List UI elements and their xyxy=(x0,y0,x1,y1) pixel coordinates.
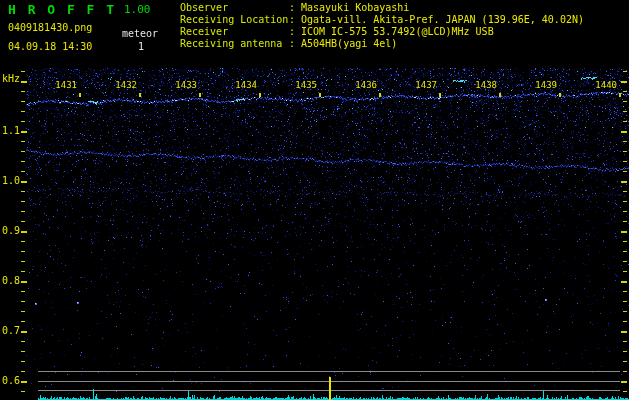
filename: 0409181430.png xyxy=(8,22,92,33)
x-tick-label: 1435 xyxy=(291,80,317,90)
info-label: Observer xyxy=(180,2,289,14)
app-title: H R O F F T xyxy=(8,2,116,17)
hrofft-window: H R O F F T 1.00 0409181430.png meteor 0… xyxy=(0,0,629,400)
info-colon: : xyxy=(289,26,301,38)
x-tick-label: 1438 xyxy=(471,80,497,90)
info-label: Receiver xyxy=(180,26,289,38)
info-label: Receiving Location xyxy=(180,14,289,26)
x-tick-label: 1439 xyxy=(531,80,557,90)
info-colon: : xyxy=(289,38,301,50)
observer-info-block: Observer : Masayuki Kobayashi Receiving … xyxy=(180,2,584,50)
y-tick-label: 0.6 xyxy=(2,375,21,386)
meteor-counter-label: meteor xyxy=(122,28,158,39)
info-colon: : xyxy=(289,14,301,26)
info-colon: : xyxy=(289,2,301,14)
info-value: Masayuki Kobayashi xyxy=(301,2,409,14)
meteor-counter-value: 1 xyxy=(122,41,160,52)
info-value: ICOM IC-575 53.7492(@LCD)MHz USB xyxy=(301,26,494,38)
x-tick-label: 1440 xyxy=(591,80,617,90)
y-tick-label: 1.1 xyxy=(2,125,21,136)
info-value: A504HB(yagi 4el) xyxy=(301,38,397,50)
x-tick-label: 1436 xyxy=(351,80,377,90)
x-tick-label: 1433 xyxy=(171,80,197,90)
y-tick-label: 0.9 xyxy=(2,225,21,236)
info-row-observer: Observer : Masayuki Kobayashi xyxy=(180,2,584,14)
info-row-antenna: Receiving antenna : A504HB(yagi 4el) xyxy=(180,38,584,50)
app-version: 1.00 xyxy=(124,3,151,16)
frame-datetime: 04.09.18 14:30 xyxy=(8,41,92,52)
spectrogram-canvas xyxy=(0,0,629,400)
y-tick-label: 0.7 xyxy=(2,325,21,336)
info-value: Ogata-vill. Akita-Pref. JAPAN (139.96E, … xyxy=(301,14,584,26)
x-tick-label: 1434 xyxy=(231,80,257,90)
x-tick-label: 1431 xyxy=(51,80,77,90)
x-tick-label: 1437 xyxy=(411,80,437,90)
info-row-location: Receiving Location : Ogata-vill. Akita-P… xyxy=(180,14,584,26)
info-label: Receiving antenna xyxy=(180,38,289,50)
x-tick-label: 1432 xyxy=(111,80,137,90)
y-axis-unit-label: kHz xyxy=(2,73,20,84)
y-tick-label: 1.0 xyxy=(2,175,21,186)
y-tick-label: 0.8 xyxy=(2,275,21,286)
info-row-receiver: Receiver : ICOM IC-575 53.7492(@LCD)MHz … xyxy=(180,26,584,38)
